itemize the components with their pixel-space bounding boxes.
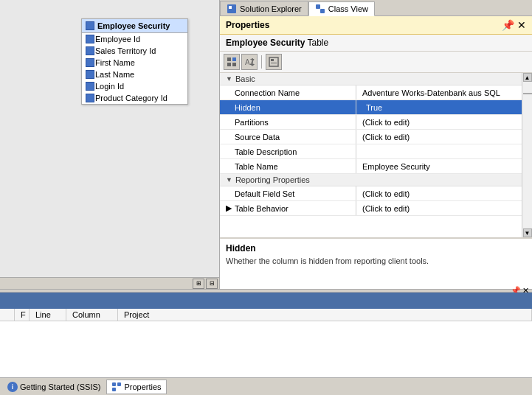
entity-field-login-id: Login Id [82, 80, 187, 92]
prop-name-connection-name: Connection Name [220, 85, 356, 99]
field-label: Login Id [95, 82, 124, 91]
section-basic-label: Basic [235, 74, 255, 83]
prop-row-partitions[interactable]: Partitions (Click to edit) [220, 115, 522, 130]
section-reporting-label: Reporting Properties [235, 175, 310, 184]
scroll-up-btn[interactable]: ▲ [523, 73, 532, 82]
props-toolbar: AZ [220, 52, 532, 73]
zoom-custom-btn[interactable]: ⊟ [206, 279, 218, 289]
entity-type: Table [308, 38, 329, 48]
toolbar-separator [261, 55, 262, 69]
entity-header: Employee Security [82, 19, 187, 33]
error-table: F Line Column Project [0, 309, 532, 377]
prop-value-hidden[interactable]: True [356, 100, 522, 114]
error-table-header: F Line Column Project [0, 309, 532, 321]
prop-value-table-name[interactable]: Employee Security [356, 159, 522, 173]
svg-rect-16 [112, 388, 116, 391]
col-header-line: Line [30, 309, 66, 321]
tab-class-view[interactable]: Class View [308, 1, 375, 16]
props-description: Hidden Whether the column is hidden from… [220, 237, 532, 289]
info-icon: i [7, 382, 18, 392]
scroll-thumb[interactable] [523, 93, 532, 94]
prop-row-table-name[interactable]: Table Name Employee Security [220, 159, 522, 174]
section-reporting[interactable]: ▼ Reporting Properties [220, 174, 522, 186]
svg-rect-17 [117, 382, 121, 386]
prop-name-hidden: Hidden [220, 100, 356, 114]
prop-row-table-behavior[interactable]: ▶Table Behavior (Click to edit) [220, 201, 522, 216]
status-label-properties: Properties [124, 382, 161, 391]
field-label: Sales Territory Id [95, 46, 156, 55]
solution-explorer-icon [227, 4, 237, 14]
props-pin-area: 📌 ✕ [502, 19, 526, 31]
desc-text: Whether the column is hidden from report… [226, 256, 526, 267]
diagram-scrollbar: ⊞ ⊟ [0, 277, 219, 289]
prop-row-hidden[interactable]: Hidden True [220, 100, 522, 115]
prop-row-connection-name[interactable]: Connection Name Adventure Works-Datenban… [220, 85, 522, 100]
svg-rect-15 [112, 382, 116, 386]
prop-value-default-field-set[interactable]: (Click to edit) [356, 186, 522, 200]
diagram-panel: Employee Security Employee Id Sales Terr… [0, 0, 220, 289]
svg-rect-4 [227, 57, 231, 61]
prop-value-table-description[interactable] [356, 144, 522, 158]
field-label: Last Name [95, 70, 134, 79]
status-label-getting-started: Getting Started (SSIS) [20, 382, 100, 391]
col-header-column: Column [66, 309, 118, 321]
entity-field-product-category: Product Category Id [82, 92, 187, 104]
scroll-track [523, 82, 532, 228]
tab-solution-explorer[interactable]: Solution Explorer [220, 1, 308, 15]
prop-row-default-field-set[interactable]: Default Field Set (Click to edit) [220, 186, 522, 201]
tab-class-view-label: Class View [328, 4, 368, 13]
col-header-project: Project [118, 309, 532, 321]
status-item-getting-started[interactable]: i Getting Started (SSIS) [3, 380, 105, 394]
close-icon[interactable]: ✕ [517, 19, 526, 31]
prop-name-default-field-set: Default Field Set [220, 186, 356, 200]
svg-rect-12 [269, 57, 278, 66]
bottom-section: 📌 ✕ F Line Column Project [0, 289, 532, 377]
entity-field-sales-territory: Sales Territory Id [82, 45, 187, 57]
prop-name-source-data: Source Data [220, 130, 356, 144]
bottom-panel-header [0, 293, 532, 309]
entity-field-first-name: First Name [82, 57, 187, 69]
prop-row-source-data[interactable]: Source Data (Click to edit) [220, 130, 522, 144]
prop-value-partitions[interactable]: (Click to edit) [356, 115, 522, 129]
prop-value-source-data[interactable]: (Click to edit) [356, 130, 522, 144]
svg-rect-5 [227, 63, 231, 66]
collapse-reporting-arrow: ▼ [226, 176, 232, 183]
expand-arrow: ▶ [226, 203, 232, 213]
prop-row-table-description[interactable]: Table Description [220, 144, 522, 159]
main-area: Employee Security Employee Id Sales Terr… [0, 0, 532, 289]
alphabetical-btn[interactable]: AZ [241, 54, 258, 70]
diagram-canvas: Employee Security Employee Id Sales Terr… [0, 0, 219, 277]
svg-rect-3 [320, 9, 325, 13]
class-view-icon [315, 4, 325, 14]
svg-rect-7 [232, 63, 236, 66]
entity-field-last-name: Last Name [82, 69, 187, 80]
props-table: ▼ Basic Connection Name Adventure Works-… [220, 73, 522, 237]
col-header-f: F [15, 309, 30, 321]
status-bar: i Getting Started (SSIS) Properties [0, 377, 532, 395]
zoom-fit-btn[interactable]: ⊞ [193, 279, 204, 289]
properties-panel: Solution Explorer Class View Properties … [220, 0, 532, 289]
scroll-down-btn[interactable]: ▼ [523, 228, 532, 237]
prop-value-connection-name[interactable]: Adventure Works-Datenbank aus SQL [356, 85, 522, 99]
entity-box: Employee Security Employee Id Sales Terr… [81, 18, 188, 105]
tab-solution-explorer-label: Solution Explorer [240, 4, 302, 13]
entity-label-name: Employee Security [226, 38, 305, 48]
svg-rect-2 [316, 4, 320, 9]
field-label: First Name [95, 58, 135, 67]
desc-title: Hidden [226, 243, 526, 254]
pin-icon[interactable]: 📌 [502, 19, 514, 31]
properties-status-icon [111, 382, 122, 392]
property-pages-btn[interactable] [266, 54, 282, 70]
props-scrollbar[interactable]: ▲ ▼ [522, 73, 532, 237]
entity-field-employee-id: Employee Id [82, 33, 187, 45]
entity-label-text: Employee Security Table [226, 38, 328, 48]
prop-name-partitions: Partitions [220, 115, 356, 129]
properties-header: Properties 📌 ✕ [220, 16, 532, 35]
prop-name-table-description: Table Description [220, 144, 356, 158]
svg-rect-1 [229, 6, 232, 9]
field-label: Product Category Id [95, 94, 167, 102]
status-item-properties[interactable]: Properties [106, 380, 166, 394]
prop-value-table-behavior[interactable]: (Click to edit) [356, 201, 522, 215]
categorized-btn[interactable] [224, 54, 240, 70]
section-basic[interactable]: ▼ Basic [220, 73, 522, 85]
